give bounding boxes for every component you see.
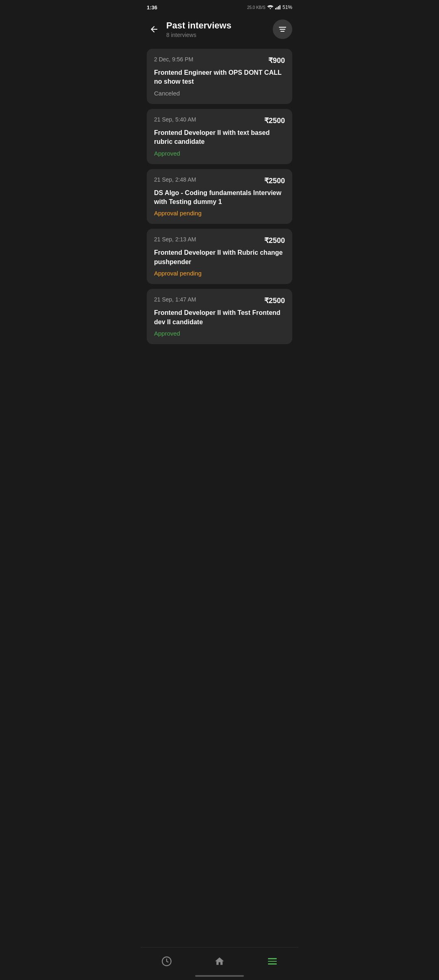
card-title: Frontend Developer II with Test Frontend… — [154, 308, 285, 327]
card-amount: ₹2500 — [264, 176, 285, 185]
header-left: Past interviews 8 interviews — [147, 20, 231, 38]
card-amount: ₹2500 — [264, 296, 285, 305]
card-status: Approved — [154, 150, 285, 157]
home-icon — [214, 956, 225, 967]
filter-line-3 — [280, 31, 285, 32]
card-date: 21 Sep, 2:48 AM — [154, 176, 196, 183]
card-title: Frontend Developer II with Rubric change… — [154, 248, 285, 267]
wifi-icon — [267, 5, 274, 10]
card-header: 2 Dec, 9:56 PM ₹900 — [154, 56, 285, 65]
interview-card[interactable]: 2 Dec, 9:56 PM ₹900 Frontend Engineer wi… — [147, 49, 292, 104]
card-amount: ₹2500 — [264, 116, 285, 125]
card-title: DS Algo - Coding fundamentals Interview … — [154, 189, 285, 207]
card-status: Approval pending — [154, 210, 285, 217]
svg-rect-1 — [276, 7, 277, 9]
card-date: 21 Sep, 1:47 AM — [154, 296, 196, 303]
home-indicator — [195, 975, 244, 977]
nav-clock[interactable] — [154, 952, 179, 970]
card-header: 21 Sep, 2:13 AM ₹2500 — [154, 236, 285, 245]
card-date: 2 Dec, 9:56 PM — [154, 56, 193, 63]
menu-line-1 — [268, 958, 277, 959]
bottom-spacer — [140, 347, 299, 384]
card-header: 21 Sep, 5:40 AM ₹2500 — [154, 116, 285, 125]
filter-line-2 — [280, 29, 285, 30]
status-time: 1:36 — [147, 4, 157, 11]
card-amount: ₹900 — [268, 56, 285, 65]
status-right: 25.0 KB/S 51% — [247, 4, 292, 10]
card-amount: ₹2500 — [264, 236, 285, 245]
filter-line-1 — [279, 27, 286, 28]
nav-home[interactable] — [207, 952, 232, 970]
menu-line-3 — [268, 963, 277, 965]
page-header: Past interviews 8 interviews — [140, 15, 299, 46]
svg-rect-3 — [279, 5, 280, 10]
filter-button[interactable] — [273, 20, 292, 39]
card-status: Approved — [154, 330, 285, 337]
page-subtitle: 8 interviews — [166, 32, 231, 38]
card-header: 21 Sep, 1:47 AM ₹2500 — [154, 296, 285, 305]
card-status: Approval pending — [154, 270, 285, 277]
page-title: Past interviews — [166, 20, 231, 31]
svg-rect-0 — [275, 8, 276, 10]
interview-card[interactable]: 21 Sep, 5:40 AM ₹2500 Frontend Developer… — [147, 109, 292, 164]
interview-card[interactable]: 21 Sep, 1:47 AM ₹2500 Frontend Developer… — [147, 289, 292, 344]
interview-card[interactable]: 21 Sep, 2:48 AM ₹2500 DS Algo - Coding f… — [147, 169, 292, 224]
clock-icon — [161, 956, 172, 967]
card-title: Frontend Developer II with text based ru… — [154, 128, 285, 147]
signal-icon — [275, 5, 281, 10]
card-title: Frontend Engineer with OPS DONT CALL no … — [154, 68, 285, 87]
interview-card[interactable]: 21 Sep, 2:13 AM ₹2500 Frontend Developer… — [147, 229, 292, 284]
interviews-list: 2 Dec, 9:56 PM ₹900 Frontend Engineer wi… — [140, 46, 299, 347]
menu-line-2 — [268, 961, 277, 962]
menu-icon — [268, 958, 277, 965]
card-date: 21 Sep, 2:13 AM — [154, 236, 196, 243]
back-arrow-icon — [149, 24, 159, 34]
status-speed: 25.0 KB/S — [247, 5, 265, 10]
filter-icon — [279, 27, 286, 32]
svg-rect-2 — [278, 6, 279, 9]
card-date: 21 Sep, 5:40 AM — [154, 116, 196, 123]
battery-level: 51% — [283, 4, 292, 10]
header-title-group: Past interviews 8 interviews — [166, 20, 231, 38]
status-bar: 1:36 25.0 KB/S 51% — [140, 0, 299, 15]
nav-menu[interactable] — [260, 952, 285, 970]
card-header: 21 Sep, 2:48 AM ₹2500 — [154, 176, 285, 185]
card-status: Canceled — [154, 90, 285, 97]
back-button[interactable] — [147, 22, 161, 37]
